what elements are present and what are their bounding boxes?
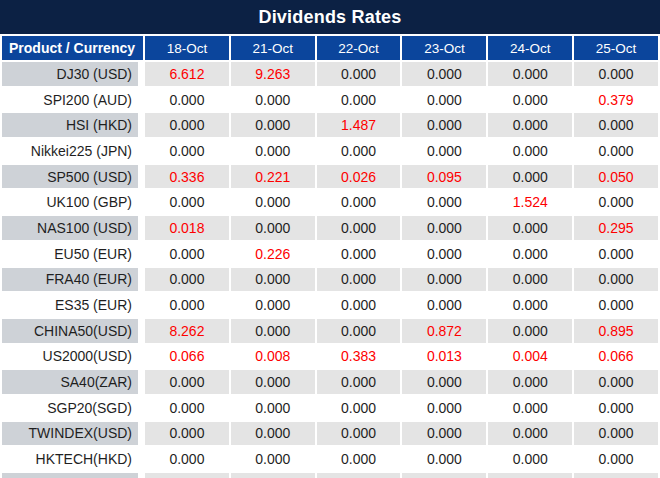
dividend-value-cell: 0.000 [402,268,486,292]
column-header-date-6: 25-Oct [574,36,658,60]
dividend-value-cell: 0.000 [488,216,572,240]
dividend-value-cell: 0.000 [145,293,229,317]
dividend-value-cell: 0.872 [402,319,486,343]
column-header-product: Product / Currency [2,36,143,60]
dividend-value-cell: 6.612 [145,62,229,86]
dividend-value-cell: 0.221 [231,165,315,189]
dividend-value-cell: 0.000 [145,447,229,471]
table-row: Nikkei225 (JPN)0.0000.0000.0000.0000.000… [2,139,658,163]
header-row: Product / Currency 18-Oct 21-Oct 22-Oct … [2,36,658,60]
dividend-value-cell: 0.000 [317,396,401,420]
dividend-value-cell: 0.000 [574,62,658,86]
dividend-value-cell: 0.000 [317,268,401,292]
dividend-value-cell: 0.000 [145,139,229,163]
dividend-value-cell: 0.000 [574,242,658,266]
column-header-date-1: 18-Oct [145,36,229,60]
table-row: ES35 (EUR)0.0000.0000.0000.0000.0000.000 [2,293,658,317]
product-cell: FRA40 (EUR) [2,268,143,292]
dividend-value-cell [231,473,315,478]
product-cell: EU50 (EUR) [2,242,143,266]
dividend-value-cell: 0.000 [574,447,658,471]
dividend-value-cell: 0.008 [231,345,315,369]
dividend-value-cell: 0.000 [402,88,486,112]
dividend-value-cell: 0.000 [488,268,572,292]
dividend-value-cell: 0.000 [574,139,658,163]
dividend-value-cell: 0.000 [231,422,315,446]
dividend-value-cell: 0.000 [402,190,486,214]
product-cell [2,473,143,478]
dividend-value-cell: 8.262 [145,319,229,343]
dividend-value-cell: 0.000 [488,113,572,137]
dividend-value-cell: 0.000 [574,268,658,292]
dividend-value-cell: 0.000 [402,242,486,266]
table-row: CHINA50(USD)8.2620.0000.0000.8720.0000.8… [2,319,658,343]
product-cell: SGP20(SGD) [2,396,143,420]
product-cell: HSI (HKD) [2,113,143,137]
dividend-value-cell: 0.000 [488,165,572,189]
table-row: HSI (HKD)0.0000.0001.4870.0000.0000.000 [2,113,658,137]
table-body: DJ30 (USD)6.6129.2630.0000.0000.0000.000… [2,62,658,478]
dividend-value-cell: 0.000 [574,190,658,214]
dividend-value-cell [488,473,572,478]
product-cell: US2000(USD) [2,345,143,369]
dividend-value-cell: 0.336 [145,165,229,189]
column-header-date-3: 22-Oct [317,36,401,60]
dividend-value-cell: 0.000 [145,88,229,112]
dividend-value-cell: 0.000 [488,139,572,163]
partial-row [2,473,658,478]
dividend-value-cell: 1.487 [317,113,401,137]
dividend-value-cell: 0.004 [488,345,572,369]
dividend-value-cell: 0.000 [231,190,315,214]
dividend-value-cell: 0.000 [488,396,572,420]
dividend-value-cell: 0.000 [231,113,315,137]
dividend-value-cell: 0.000 [488,422,572,446]
dividend-value-cell: 0.383 [317,345,401,369]
dividend-value-cell: 0.000 [488,62,572,86]
dividend-value-cell: 0.000 [574,113,658,137]
dividend-value-cell: 0.000 [574,396,658,420]
dividend-value-cell: 0.050 [574,165,658,189]
dividend-value-cell: 0.000 [488,88,572,112]
dividend-value-cell: 0.000 [231,447,315,471]
table-row: HKTECH(HKD)0.0000.0000.0000.0000.0000.00… [2,447,658,471]
dividend-value-cell: 0.000 [402,422,486,446]
dividend-value-cell: 0.000 [231,319,315,343]
dividend-value-cell: 0.000 [317,293,401,317]
dividend-value-cell: 9.263 [231,62,315,86]
dividend-value-cell: 0.000 [145,422,229,446]
dividend-value-cell: 0.095 [402,165,486,189]
dividend-value-cell: 0.000 [231,293,315,317]
dividend-value-cell: 0.000 [317,447,401,471]
page-title: Dividends Rates [258,7,401,28]
product-cell: Nikkei225 (JPN) [2,139,143,163]
dividend-value-cell: 0.018 [145,216,229,240]
dividend-value-cell: 0.013 [402,345,486,369]
product-cell: SPI200 (AUD) [2,88,143,112]
table-row: US2000(USD)0.0660.0080.3830.0130.0040.06… [2,345,658,369]
dividend-value-cell: 0.000 [231,370,315,394]
dividend-value-cell: 0.000 [574,293,658,317]
dividend-value-cell: 0.000 [402,113,486,137]
table-row: SP500 (USD)0.3360.2210.0260.0950.0000.05… [2,165,658,189]
column-header-date-2: 21-Oct [231,36,315,60]
product-cell: DJ30 (USD) [2,62,143,86]
dividend-value-cell: 0.026 [317,165,401,189]
product-cell: ES35 (EUR) [2,293,143,317]
dividends-rates-report: Dividends Rates Product / Currency 18-Oc… [0,0,660,478]
dividend-value-cell: 0.226 [231,242,315,266]
dividend-value-cell: 0.000 [231,216,315,240]
dividend-value-cell: 0.000 [574,422,658,446]
dividend-value-cell: 0.000 [317,319,401,343]
product-cell: SA40(ZAR) [2,370,143,394]
table-row: TWINDEX(USD)0.0000.0000.0000.0000.0000.0… [2,422,658,446]
dividend-value-cell: 0.000 [402,293,486,317]
dividend-value-cell: 0.000 [488,319,572,343]
product-cell: UK100 (GBP) [2,190,143,214]
title-bar: Dividends Rates [0,0,660,34]
dividend-value-cell: 0.000 [317,88,401,112]
dividend-value-cell: 0.000 [145,370,229,394]
table-row: DJ30 (USD)6.6129.2630.0000.0000.0000.000 [2,62,658,86]
dividend-value-cell: 0.000 [145,190,229,214]
dividend-value-cell: 0.000 [574,370,658,394]
table-row: UK100 (GBP)0.0000.0000.0000.0001.5240.00… [2,190,658,214]
